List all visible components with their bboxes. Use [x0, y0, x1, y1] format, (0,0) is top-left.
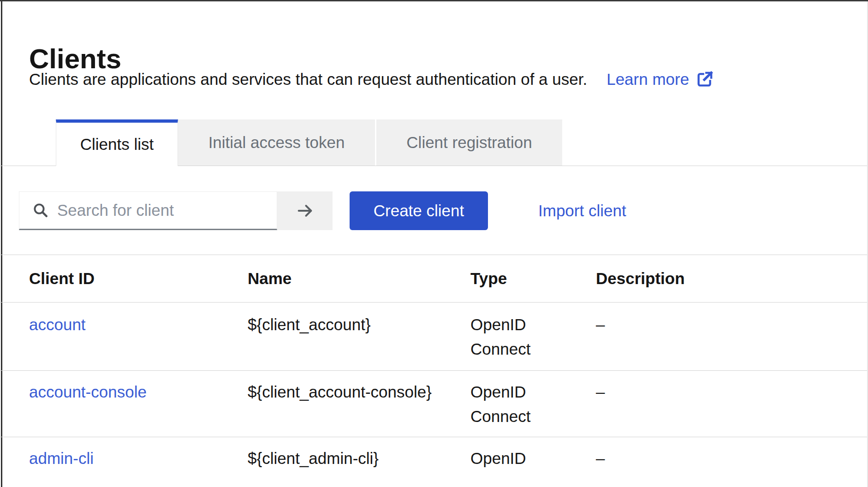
client-description: – — [596, 380, 868, 404]
table-row: account ${client_account} OpenID Connect… — [0, 303, 868, 371]
tabs: Clients list Initial access token Client… — [0, 119, 868, 166]
client-name: ${client_account} — [248, 312, 470, 337]
table-row: account-console ${client_account-console… — [0, 371, 868, 437]
import-client-link[interactable]: Import client — [538, 202, 626, 220]
page-subtitle: Clients are applications and services th… — [29, 70, 587, 89]
learn-more-link[interactable]: Learn more — [606, 70, 714, 89]
tab-client-registration[interactable]: Client registration — [375, 119, 562, 166]
client-link-account[interactable]: account — [29, 312, 86, 337]
tab-initial-access-token-label: Initial access token — [208, 133, 345, 152]
column-header-name: Name — [248, 269, 470, 288]
search-input[interactable] — [56, 201, 277, 220]
external-link-icon — [696, 70, 714, 89]
client-type: OpenID Connect — [470, 312, 596, 361]
page-subtitle-row: Clients are applications and services th… — [29, 69, 714, 89]
tab-clients-list[interactable]: Clients list — [56, 119, 178, 166]
search-submit-button[interactable] — [277, 191, 333, 230]
client-name: ${client_account-console} — [248, 380, 470, 404]
tab-client-registration-label: Client registration — [406, 133, 532, 152]
client-description: – — [596, 446, 868, 470]
clients-toolbar: Create client Import client — [19, 191, 626, 230]
client-link-admin-cli[interactable]: admin-cli — [29, 446, 94, 470]
client-link-account-console[interactable]: account-console — [29, 380, 147, 404]
column-header-type: Type — [470, 269, 596, 288]
search-box — [19, 191, 277, 230]
clients-table: Client ID Name Type Description account … — [0, 255, 868, 487]
column-header-client-id: Client ID — [29, 269, 248, 288]
search-icon — [32, 202, 49, 219]
column-header-description: Description — [596, 269, 868, 288]
learn-more-label: Learn more — [606, 70, 689, 89]
clients-page: Clients Clients are applications and ser… — [0, 0, 868, 487]
arrow-right-icon — [296, 202, 314, 220]
tab-clients-list-label: Clients list — [80, 135, 154, 154]
client-type: OpenID Connect — [470, 446, 596, 476]
client-name: ${client_admin-cli} — [248, 446, 470, 470]
create-client-button[interactable]: Create client — [350, 191, 488, 230]
table-header-row: Client ID Name Type Description — [0, 255, 868, 303]
table-row: admin-cli ${client_admin-cli} OpenID Con… — [0, 437, 868, 487]
tab-spacer — [0, 119, 56, 166]
tab-initial-access-token[interactable]: Initial access token — [178, 119, 375, 166]
client-type: OpenID Connect — [470, 380, 596, 428]
client-description: – — [596, 312, 868, 337]
